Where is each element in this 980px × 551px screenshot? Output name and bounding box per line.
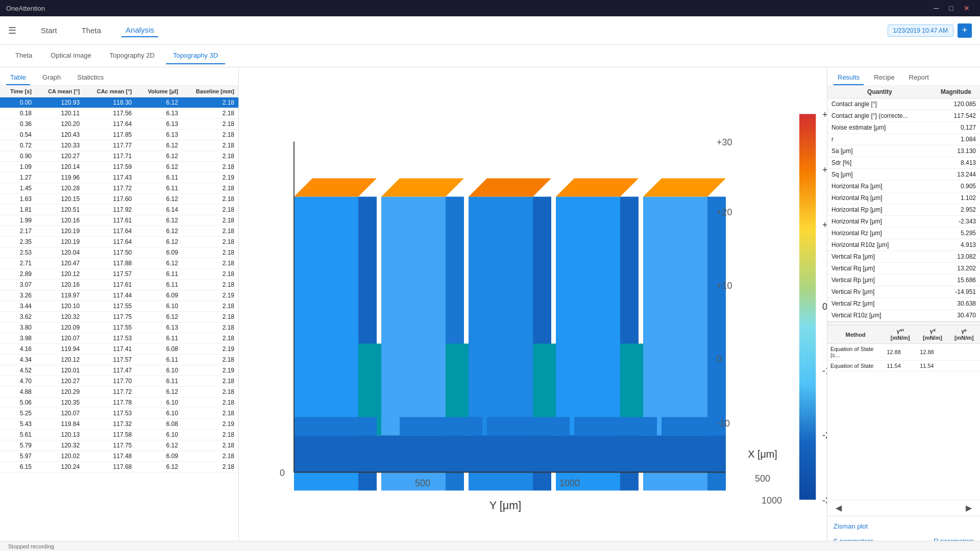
right-panel: Results Recipe Report Quantity Magnitude… (827, 67, 980, 551)
result-row: Vertical Rp [μm]15.686 (827, 274, 980, 286)
table-row[interactable]: 6.15120.24117.686.122.18 (0, 462, 238, 472)
col-time: Time [s] (0, 86, 36, 97)
table-row[interactable]: 4.88120.29117.726.122.18 (0, 387, 238, 397)
main-layout: Table Graph Statictics Time [s] CA mean … (0, 67, 980, 551)
table-row[interactable]: 5.61120.13117.586.102.18 (0, 430, 238, 440)
result-row: Horizontal Ra [μm]0.905 (827, 181, 980, 192)
results-mag-header: Magnitude (932, 86, 980, 98)
viz-area[interactable]: Y [μm] 0 500 1000 +30 +20 +10 0 -10 X [μ… (239, 67, 827, 546)
table-row[interactable]: 2.35120.19117.646.122.18 (0, 237, 238, 247)
subtab-topo2d[interactable]: Topography 2D (103, 47, 162, 64)
table-row[interactable]: 2.17120.19117.646.122.18 (0, 226, 238, 237)
status-text: Stopped recording (8, 543, 54, 549)
table-row[interactable]: 4.16119.94117.416.082.19 (0, 344, 238, 355)
statusbar: Stopped recording (0, 541, 980, 551)
header: ☰ Start Theta Analysis 1/23/2019 10:47 A… (0, 16, 980, 45)
results-table: Quantity Magnitude Contact angle [°]120.… (827, 86, 980, 499)
close-button[interactable]: ✕ (960, 3, 974, 13)
right-tab-recipe[interactable]: Recipe (870, 71, 898, 85)
svg-text:-10 μm: -10 μm (822, 366, 827, 376)
svg-text:0 μm: 0 μm (822, 302, 827, 312)
svg-rect-22 (400, 417, 482, 436)
svg-text:-10: -10 (717, 418, 730, 429)
nav-analysis[interactable]: Analysis (121, 23, 158, 37)
table-row[interactable]: 2.71120.47117.886.122.18 (0, 258, 238, 269)
menu-icon[interactable]: ☰ (8, 25, 16, 36)
nav-theta[interactable]: Theta (78, 24, 105, 37)
svg-rect-20 (294, 436, 726, 472)
table-row[interactable]: 4.52120.01117.476.102.19 (0, 365, 238, 376)
table-row[interactable]: 1.09120.14117.596.122.18 (0, 162, 238, 172)
svg-text:+20 μm: +20 μm (822, 165, 827, 175)
subtab-optical[interactable]: Optical image (43, 47, 98, 64)
table-row[interactable]: 3.44120.10117.556.102.18 (0, 301, 238, 312)
zisman-plot-button[interactable]: Zisman plot (834, 520, 868, 532)
tab-table[interactable]: Table (6, 71, 30, 85)
table-row[interactable]: 0.90120.27117.716.122.18 (0, 151, 238, 162)
result-row: Horizontal R10z [μm]4.913 (827, 239, 980, 251)
result-row: Horizontal Rp [μm]2.952 (827, 204, 980, 216)
svg-rect-40 (799, 114, 816, 500)
table-row[interactable]: 3.26119.97117.446.092.19 (0, 290, 238, 301)
svg-text:500: 500 (755, 473, 770, 484)
right-tabs: Results Recipe Report (827, 67, 980, 86)
result-row: Horizontal Rv [μm]-2.343 (827, 216, 980, 228)
minimize-button[interactable]: ─ (930, 3, 943, 13)
right-panel-scroll-btns: ◀ ▶ (827, 499, 980, 516)
table-row[interactable]: 0.18120.11117.566.132.18 (0, 108, 238, 119)
table-row[interactable]: 4.34120.12117.576.112.18 (0, 355, 238, 365)
result-row: Vertical R10z [μm]30.470 (827, 310, 980, 321)
svg-text:0: 0 (280, 468, 285, 478)
table-row[interactable]: 5.25120.07117.536.102.18 (0, 408, 238, 419)
left-panel: Table Graph Statictics Time [s] CA mean … (0, 67, 239, 551)
svg-text:+30: +30 (717, 137, 732, 147)
svg-text:X [μm]: X [μm] (748, 448, 777, 460)
right-tab-report[interactable]: Report (905, 71, 933, 85)
center-panel: Y [μm] 0 500 1000 +30 +20 +10 0 -10 X [μ… (239, 67, 827, 551)
result-row: Sdr [%]8.413 (827, 157, 980, 169)
result-row: Horizontal Rz [μm]5.295 (827, 228, 980, 239)
method-row: Equation of State (c...12.8812.88 (827, 344, 980, 361)
result-row: Contact angle [°]120.085 (827, 98, 980, 110)
add-button[interactable]: + (958, 23, 972, 38)
subtab-topo3d[interactable]: Topography 3D (166, 47, 225, 64)
table-row[interactable]: 1.99120.16117.616.122.18 (0, 215, 238, 226)
table-row[interactable]: 3.07120.16117.616.112.18 (0, 280, 238, 290)
table-row[interactable]: 1.27119.96117.436.112.19 (0, 172, 238, 183)
maximize-button[interactable]: □ (945, 3, 958, 13)
result-row: Contact angle [°] (correcte...117.542 (827, 110, 980, 122)
table-row[interactable]: 3.80120.09117.556.132.18 (0, 322, 238, 333)
table-row[interactable]: 4.70120.27117.706.112.18 (0, 376, 238, 387)
method-row: Equation of State11.5411.54 (827, 361, 980, 371)
table-row[interactable]: 2.89120.12117.576.112.18 (0, 269, 238, 280)
table-row[interactable]: 1.45120.28117.726.112.18 (0, 183, 238, 194)
result-row: Sa [μm]13.130 (827, 145, 980, 157)
subtab-theta[interactable]: Theta (8, 47, 39, 64)
table-row[interactable]: 2.53120.04117.506.092.18 (0, 247, 238, 258)
table-row[interactable]: 5.06120.35117.786.102.18 (0, 397, 238, 408)
result-row: Vertical Rv [μm]-14.951 (827, 286, 980, 298)
method-col-ytot: γᵒᵗ [mN/m] (884, 325, 917, 344)
table-row[interactable]: 3.98120.07117.536.112.18 (0, 333, 238, 344)
table-row[interactable]: 1.81120.51117.926.142.18 (0, 205, 238, 215)
table-row[interactable]: 5.79120.32117.756.122.18 (0, 440, 238, 451)
results-qty-header: Quantity (827, 86, 932, 98)
table-row[interactable]: 0.72120.33117.776.122.18 (0, 140, 238, 151)
tab-graph[interactable]: Graph (38, 71, 65, 85)
table-row[interactable]: 1.63120.15117.606.122.18 (0, 194, 238, 205)
table-row[interactable]: 5.97120.02117.486.092.18 (0, 451, 238, 462)
svg-text:0: 0 (717, 354, 722, 364)
tab-statictics[interactable]: Statictics (73, 71, 108, 85)
table-row[interactable]: 0.00120.93118.306.122.18 (0, 97, 238, 108)
table-row[interactable]: 5.43119.84117.326.082.19 (0, 419, 238, 430)
col-ca-mean: CA mean [°] (36, 86, 84, 97)
method-col-yd: γᵈ [mN/m] (917, 325, 948, 344)
scroll-right-button[interactable]: ▶ (962, 502, 976, 514)
nav-start[interactable]: Start (37, 24, 61, 37)
table-row[interactable]: 3.62120.32117.756.122.18 (0, 312, 238, 322)
result-row: Horizontal Rq [μm]1.102 (827, 192, 980, 204)
table-row[interactable]: 0.36120.20117.646.132.18 (0, 119, 238, 130)
right-tab-results[interactable]: Results (834, 71, 864, 85)
scroll-left-button[interactable]: ◀ (831, 502, 846, 514)
table-row[interactable]: 0.54120.43117.856.132.18 (0, 130, 238, 140)
